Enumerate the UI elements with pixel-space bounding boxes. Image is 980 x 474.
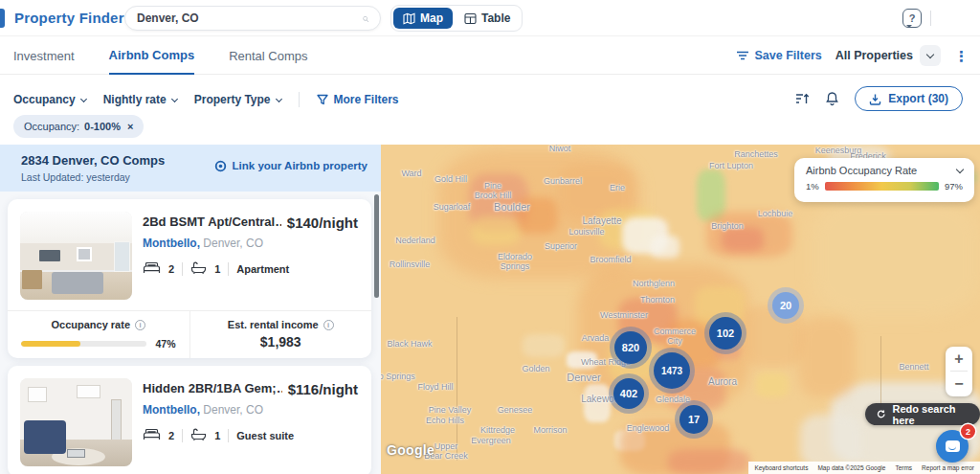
occupancy-rate-value: 47% [155,338,175,350]
results-panel: 2834 Denver, CO Comps Last Updated: yest… [0,145,381,474]
filter-lines-icon [736,50,749,61]
map-cluster-20[interactable]: 20 [772,292,799,319]
tab-bar: InvestmentAirbnb CompsRental Comps [13,36,308,75]
view-toggle: Map Table [390,5,523,32]
chat-unread-badge: 2 [961,424,975,439]
map-cluster-17[interactable]: 17 [679,405,708,434]
city-label: Denver, CO [200,403,263,417]
redo-search-label: Redo search here [892,403,969,426]
refresh-icon [877,409,885,419]
chip-value: 0-100% [84,121,121,132]
legend-chevron-icon[interactable] [956,165,964,172]
help-icon[interactable]: ? [902,9,922,28]
results-title: 2834 Denver, CO Comps [21,153,165,168]
map-view-button[interactable]: Map [393,8,453,29]
save-filters-button[interactable]: Save Filters [736,49,822,62]
table-icon [464,12,477,25]
scrollbar[interactable] [374,194,379,298]
beds-count: 2 [168,263,174,275]
search-input[interactable] [137,11,362,25]
filter-dropdown-label: Nightly rate [103,93,167,106]
properties-dropdown[interactable]: All Properties [835,45,941,66]
header-divider [930,11,931,26]
map-cluster-402[interactable]: 402 [613,378,644,409]
bath-icon [190,427,207,444]
export-label: Export (30) [888,92,948,105]
property-location: Montbello, Denver, CO [143,403,358,417]
chat-icon [946,440,960,452]
link-airbnb-property-button[interactable]: Link your Airbnb property [214,158,368,173]
property-type: Guest suite [236,430,294,441]
map-cluster-820[interactable]: 820 [614,331,647,364]
bed-icon [143,261,161,274]
map-zoom-control: + − [946,347,972,396]
map-cluster-1473[interactable]: 1473 [654,352,690,389]
info-icon[interactable]: i [135,320,145,330]
attribution-report-a-map-error[interactable]: Report a map error [922,464,974,471]
tab-rental-comps[interactable]: Rental Comps [229,36,307,75]
table-view-button[interactable]: Table [455,8,520,29]
property-title[interactable]: 2Bd BSMT Apt/Central… [143,214,281,229]
attribution-keyboard-shortcuts[interactable]: Keyboard shortcuts [754,464,808,471]
location-search[interactable]: ⌕ [124,6,381,31]
chevron-down-icon [80,95,87,102]
legend-min: 1% [806,181,819,192]
attribution-terms[interactable]: Terms [895,464,912,471]
sidebar-toggle-notch[interactable] [0,9,5,28]
chip-close-icon[interactable]: × [127,121,133,132]
map-attribution: Keyboard shortcutsMap data ©2025 GoogleT… [748,462,980,474]
property-title[interactable]: Hidden 2BR/1BA Gem;… [143,381,282,395]
target-icon [214,160,227,172]
map-canvas[interactable]: NiwotKeenesburgFrederickRanchettesFort L… [381,145,980,474]
tab-airbnb-comps[interactable]: Airbnb Comps [109,36,195,75]
legend-gradient-bar [825,182,939,191]
property-card[interactable]: Hidden 2BR/1BA Gem;…$116/nightMontbello,… [8,366,371,474]
sort-icon[interactable] [795,92,810,105]
kebab-menu-icon[interactable]: ⋮ [954,49,969,63]
funnel-icon [317,94,328,105]
redo-search-button[interactable]: Redo search here [865,403,980,425]
property-photo [20,212,132,300]
tab-investment[interactable]: Investment [13,36,75,75]
save-filters-label: Save Filters [755,49,822,62]
est-income-label: Est. rental income [228,319,319,330]
info-icon[interactable]: i [323,320,334,330]
est-income-stat: Est. rental incomei$1,983 [189,311,372,358]
map-legend: Airbnb Occupancy Rate 1% 97% [794,158,974,202]
neighborhood-link[interactable]: Montbello, [143,403,200,417]
neighborhood-link[interactable]: Montbello, [143,237,200,250]
zoom-in-button[interactable]: + [946,347,972,371]
property-type: Apartment [236,263,289,275]
search-icon[interactable]: ⌕ [362,11,368,26]
filter-dropdowns: OccupancyNightly rateProperty Type [13,93,281,106]
filter-dropdown-label: Property Type [194,93,271,106]
filter-dropdown-nightly-rate[interactable]: Nightly rate [103,93,177,106]
map-cluster-102[interactable]: 102 [709,317,742,350]
bell-icon[interactable] [825,91,839,106]
export-button[interactable]: Export (30) [855,86,963,111]
filter-divider [299,92,300,107]
chevron-down-icon [275,95,281,102]
top-header: Property Finder ⌕ Map Table ? [0,0,980,36]
bed-icon [143,428,161,440]
table-view-label: Table [481,11,510,25]
property-location: Montbello, Denver, CO [143,237,358,250]
attribution-map-data-2025-google[interactable]: Map data ©2025 Google [817,464,885,471]
google-logo: Google [387,442,434,458]
tabs-right: Save Filters All Properties ⋮ [736,36,969,75]
legend-title: Airbnb Occupancy Rate [806,165,917,176]
results-last-updated: Last Updated: yesterday [21,171,165,183]
download-icon [869,93,881,105]
filter-dropdown-label: Occupancy [13,93,76,106]
more-filters-button[interactable]: More Filters [317,93,399,106]
filter-dropdown-property-type[interactable]: Property Type [194,93,281,106]
filter-dropdown-occupancy[interactable]: Occupancy [13,93,86,106]
zoom-out-button[interactable]: − [946,372,972,395]
tabs-row: InvestmentAirbnb CompsRental Comps Save … [0,36,980,75]
chevron-down-icon[interactable] [920,45,941,66]
city-label: Denver, CO [200,237,263,250]
property-card[interactable]: 2Bd BSMT Apt/Central…$140/nightMontbello… [8,199,371,358]
occupancy-progress [21,341,146,347]
link-airbnb-label: Link your Airbnb property [233,160,368,171]
property-price: $140/night [287,214,358,231]
